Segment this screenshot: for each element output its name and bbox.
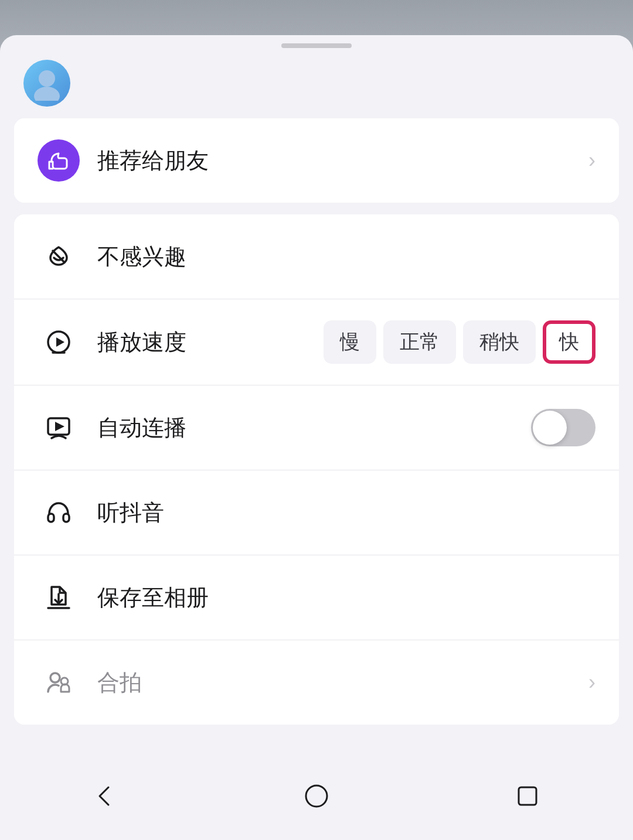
collab-icon	[38, 661, 80, 704]
auto-play-label: 自动连播	[97, 413, 531, 443]
svg-rect-15	[519, 787, 536, 805]
playback-speed-icon	[38, 321, 80, 363]
recommend-icon	[38, 139, 80, 182]
speed-slow[interactable]: 慢	[324, 320, 376, 364]
recommend-label: 推荐给朋友	[97, 146, 588, 176]
collab-label: 合拍	[97, 668, 588, 698]
home-button[interactable]	[296, 776, 337, 817]
back-button[interactable]	[85, 776, 126, 817]
svg-rect-8	[48, 514, 54, 522]
svg-point-12	[50, 673, 60, 682]
save-label: 保存至相册	[97, 583, 595, 613]
auto-play-icon	[38, 407, 80, 449]
recents-button[interactable]	[507, 776, 548, 817]
auto-play-item[interactable]: 自动连播	[14, 385, 619, 470]
bottom-sheet: 推荐给朋友 › 不感兴趣	[0, 35, 633, 840]
not-interested-label: 不感兴趣	[97, 242, 595, 272]
bottom-nav	[0, 764, 633, 840]
collab-item[interactable]: 合拍 ›	[14, 640, 619, 725]
avatar-row	[0, 54, 633, 118]
svg-rect-9	[63, 514, 69, 522]
svg-marker-4	[56, 337, 64, 347]
recommend-item[interactable]: 推荐给朋友 ›	[14, 118, 619, 203]
svg-point-0	[39, 70, 55, 87]
playback-speed-label: 播放速度	[97, 327, 324, 357]
speed-slightly-fast[interactable]: 稍快	[463, 320, 536, 364]
speed-fast[interactable]: 快	[543, 320, 595, 364]
not-interested-item[interactable]: 不感兴趣	[14, 214, 619, 299]
save-item[interactable]: 保存至相册	[14, 555, 619, 640]
not-interested-icon	[38, 235, 80, 278]
save-icon	[38, 576, 80, 619]
main-section: 不感兴趣 播放速度 慢 正常 稍快 快	[14, 214, 619, 725]
recommend-section: 推荐给朋友 ›	[14, 118, 619, 203]
speed-normal[interactable]: 正常	[383, 320, 456, 364]
svg-marker-7	[55, 422, 64, 431]
listen-icon	[38, 491, 80, 534]
svg-point-14	[306, 786, 327, 807]
svg-point-1	[34, 87, 60, 101]
collab-chevron: ›	[588, 670, 595, 695]
toggle-knob	[533, 411, 567, 445]
playback-speed-item[interactable]: 播放速度 慢 正常 稍快 快	[14, 299, 619, 385]
listen-label: 听抖音	[97, 498, 595, 528]
drag-handle[interactable]	[281, 43, 352, 48]
recommend-chevron: ›	[588, 148, 595, 173]
avatar	[23, 60, 70, 107]
auto-play-toggle[interactable]	[531, 409, 595, 446]
listen-item[interactable]: 听抖音	[14, 470, 619, 555]
speed-controls: 慢 正常 稍快 快	[324, 320, 595, 364]
